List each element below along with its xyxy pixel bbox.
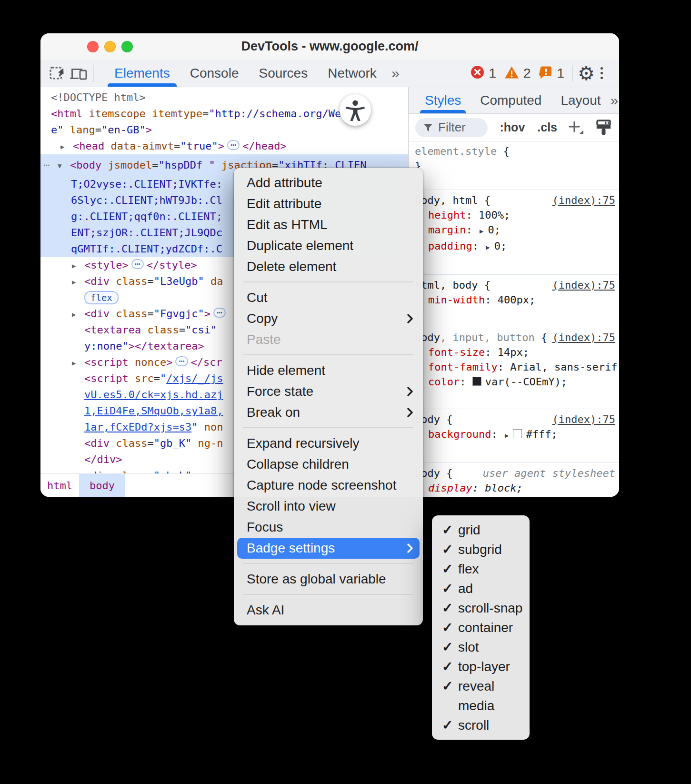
submenu-item-top-layer[interactable]: ✓top-layer — [435, 657, 526, 676]
toggle-element-state-hov[interactable]: :hov — [500, 121, 525, 134]
toggle-element-classes-cls[interactable]: .cls — [537, 121, 557, 134]
desktop-background: DevTools - www.google.com/ ElementsConso… — [0, 0, 691, 784]
warning-badge-icon[interactable] — [504, 66, 519, 81]
stylesheet-source-link[interactable]: (index):75 — [552, 330, 615, 345]
css-property[interactable]: background: ▶#fff; — [415, 427, 615, 443]
shorthand-expand-icon[interactable]: ▶ — [486, 243, 490, 251]
code-token: /xjs/_/js — [166, 372, 223, 384]
menu-item-delete-element[interactable]: Delete element — [237, 256, 420, 277]
styles-filter-input[interactable]: Filter — [415, 118, 488, 137]
menu-item-cut[interactable]: Cut — [237, 287, 420, 308]
submenu-item-ad[interactable]: ✓ad — [435, 579, 526, 598]
code-token: ></textarea> — [129, 340, 204, 352]
css-property[interactable]: min-width: 400px; — [415, 292, 615, 307]
new-style-rule-plus-icon[interactable] — [568, 120, 585, 135]
submenu-item-subgrid[interactable]: ✓subgrid — [435, 540, 526, 559]
rule-selector[interactable]: user agent stylesheetbody { — [415, 466, 615, 481]
color-swatch[interactable] — [513, 429, 522, 438]
minimize-button[interactable] — [104, 41, 116, 52]
submenu-item-scroll-snap[interactable]: ✓scroll-snap — [435, 598, 526, 618]
expand-arrow-closed-icon[interactable]: ▶ — [60, 139, 73, 155]
css-property[interactable]: font-size: 14px; — [415, 345, 615, 360]
menu-item-expand-recursively[interactable]: Expand recursively — [237, 433, 420, 454]
expand-arrow-closed-icon[interactable]: ▶ — [72, 258, 84, 274]
menu-item-focus[interactable]: Focus — [237, 517, 420, 538]
rule-selector[interactable]: (index):75body { — [415, 412, 615, 427]
inspect-element-icon[interactable] — [47, 63, 68, 84]
menu-item-capture-node-screenshot[interactable]: Capture node screenshot — [237, 475, 420, 496]
color-swatch[interactable] — [472, 377, 481, 386]
menu-item-add-attribute[interactable]: Add attribute — [237, 172, 420, 193]
tab-sources[interactable]: Sources — [254, 60, 312, 87]
stylesheet-source-link[interactable]: (index):75 — [552, 193, 615, 208]
menu-item-scroll-into-view[interactable]: Scroll into view — [237, 496, 420, 517]
shorthand-expand-icon[interactable]: ▶ — [505, 432, 509, 439]
tab-styles[interactable]: Styles — [421, 87, 465, 113]
inline-expand-dots-icon[interactable]: ⋯ — [131, 259, 144, 269]
shorthand-expand-icon[interactable]: ▶ — [480, 227, 483, 235]
css-property[interactable]: margin: ▶0; — [415, 222, 615, 239]
submenu-item-reveal[interactable]: ✓reveal — [435, 676, 526, 696]
menu-item-badge-settings[interactable]: Badge settings — [237, 538, 420, 559]
device-toolbar-icon[interactable] — [68, 63, 89, 84]
dom-tree-line[interactable]: ▶<head data-aimvt="true">⋯</head> — [40, 138, 408, 154]
property-value: 100%; — [479, 209, 510, 221]
menu-item-edit-as-html[interactable]: Edit as HTML — [237, 214, 420, 235]
rule-selector[interactable]: (index):75body, input, button { — [415, 330, 615, 345]
expand-arrow-closed-icon[interactable]: ▶ — [72, 355, 84, 371]
menu-item-edit-attribute[interactable]: Edit attribute — [237, 193, 420, 214]
submenu-item-flex[interactable]: ✓flex — [435, 559, 526, 579]
flex-badge[interactable]: flex — [84, 291, 119, 304]
css-property[interactable]: font-family: Arial, sans-serif; — [415, 360, 615, 374]
breadcrumb-item-body[interactable]: body — [79, 474, 125, 497]
inline-expand-dots-icon[interactable]: ⋯ — [175, 356, 188, 366]
more-styles-tabs-icon[interactable]: » — [611, 92, 618, 109]
menu-item-hide-element[interactable]: Hide element — [237, 360, 420, 381]
close-button[interactable] — [87, 41, 99, 52]
menu-item-label: Break on — [247, 405, 300, 420]
inline-expand-dots-icon[interactable]: ⋯ — [213, 308, 226, 318]
css-property[interactable]: height: 100%; — [415, 208, 615, 222]
inline-expand-dots-icon[interactable]: ⋯ — [227, 140, 240, 150]
zoom-button[interactable] — [121, 41, 133, 52]
settings-gear-icon[interactable]: ⚙ — [578, 64, 595, 83]
menu-item-copy[interactable]: Copy — [237, 308, 420, 329]
rule-selector[interactable]: (index):75html, body { — [415, 278, 615, 292]
issue-badge-icon[interactable] — [539, 65, 553, 81]
stylesheet-source-link[interactable]: (index):75 — [552, 278, 615, 292]
menu-item-store-as-global-variable[interactable]: Store as global variable — [237, 569, 420, 590]
tab-console[interactable]: Console — [185, 60, 244, 87]
expand-arrow-closed-icon[interactable]: ▶ — [72, 274, 84, 290]
more-tabs-icon[interactable]: » — [391, 65, 399, 81]
node-overflow-dots-icon[interactable]: ⋯ — [43, 157, 50, 173]
submenu-item-container[interactable]: ✓container — [435, 618, 526, 637]
submenu-item-grid[interactable]: ✓grid — [435, 520, 526, 540]
selector-text: body, html { — [415, 194, 491, 206]
tab-layout[interactable]: Layout — [557, 87, 604, 113]
rule-selector[interactable]: element.style { — [415, 144, 615, 159]
expand-arrow-open-icon[interactable]: ▼ — [58, 158, 70, 174]
paint-format-icon[interactable] — [595, 119, 612, 137]
css-property[interactable]: color: var(--COEmY); — [415, 374, 615, 389]
submenu-item-media[interactable]: media — [435, 696, 526, 715]
menu-item-break-on[interactable]: Break on — [237, 402, 420, 423]
tab-computed[interactable]: Computed — [476, 87, 545, 113]
tab-network[interactable]: Network — [323, 60, 381, 87]
code-token — [110, 275, 116, 287]
submenu-item-slot[interactable]: ✓slot — [435, 637, 526, 657]
menu-item-duplicate-element[interactable]: Duplicate element — [237, 235, 420, 256]
submenu-item-scroll[interactable]: ✓scroll — [435, 715, 526, 735]
menu-item-force-state[interactable]: Force state — [237, 381, 420, 402]
more-options-kebab-icon[interactable] — [596, 67, 608, 79]
css-property[interactable]: display: block; — [415, 481, 615, 495]
css-property[interactable]: padding: ▶0; — [415, 239, 615, 255]
menu-item-collapse-children[interactable]: Collapse children — [237, 454, 420, 475]
menu-item-ask-ai[interactable]: Ask AI — [237, 600, 420, 621]
error-badge-icon[interactable] — [471, 65, 484, 81]
css-property[interactable]: margin: ▶8px; — [415, 495, 615, 497]
rule-selector[interactable]: (index):75body, html { — [415, 193, 615, 208]
breadcrumb-item-html[interactable]: html — [40, 474, 79, 497]
stylesheet-source-link[interactable]: (index):75 — [552, 412, 615, 427]
expand-arrow-closed-icon[interactable]: ▶ — [72, 306, 84, 322]
tab-elements[interactable]: Elements — [110, 60, 175, 87]
